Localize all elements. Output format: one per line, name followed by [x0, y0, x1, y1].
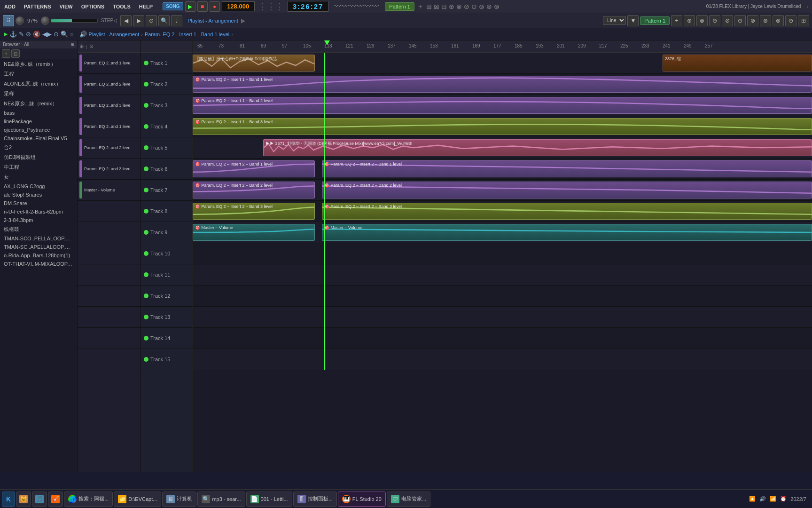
sidebar-item[interactable]: Chainsmoke..Final Final V5 [0, 134, 77, 143]
pattern-tool2[interactable]: ⊗ [696, 15, 708, 26]
zoom-knob[interactable] [41, 16, 49, 25]
bpm-display[interactable]: 128.000 [222, 1, 255, 11]
add-pattern-btn[interactable]: + [671, 15, 682, 26]
pattern-tool10[interactable]: ⊞ [798, 15, 809, 26]
track-header-3[interactable]: Track 3 [141, 95, 192, 116]
sidebar-item[interactable]: 2-3-84.3bpm [0, 216, 77, 224]
sidebar-item[interactable]: TMAN-SC..APELLALOOP.COM [0, 243, 77, 251]
pattern-tool6[interactable]: ⊚ [747, 15, 758, 26]
sidebar-item[interactable]: ALONE&原..妹（remix） [0, 79, 77, 89]
snap-btn[interactable]: ⊙ [146, 15, 157, 26]
nav-play-icon[interactable]: ▶ [4, 31, 8, 37]
track-header-15[interactable]: Track 15 [141, 349, 192, 370]
sidebar-item[interactable]: NE&原乡...妹（remix） [0, 99, 77, 109]
zoom-in-btn[interactable]: 🔍 [158, 15, 170, 26]
sidebar-item[interactable]: 仿DJ阿福鼓组 [0, 152, 77, 162]
taskbar-item-chrome[interactable]: 🌐 搜索：阿福... [64, 492, 113, 507]
automation-clip-8b[interactable]: 🎯 Param. EQ 2 – Insert 2 – Band 3 level [322, 203, 812, 220]
pattern-tool9[interactable]: ⊝ [785, 15, 796, 26]
sidebar-item[interactable]: TMAN-SCO..PELLALOOP.COM [0, 234, 77, 243]
play-button[interactable]: ▶ [185, 1, 195, 12]
clip-item[interactable]: Param. EQ 2..and 3 leve [78, 159, 141, 180]
pattern-tool8[interactable]: ⊜ [773, 15, 784, 26]
sidebar-item[interactable]: NE&原乡..妹（remix） [0, 59, 77, 69]
track-header-4[interactable]: Track 4 [141, 116, 192, 137]
taskbar-item-3[interactable]: 🎸 [48, 492, 63, 507]
sidebar-item[interactable]: linePackage [0, 117, 77, 126]
track-header-2[interactable]: Track 2 [141, 74, 192, 95]
sidebar-item[interactable]: 中工程 [0, 162, 77, 172]
taskbar-item-2[interactable]: 🎵 [32, 492, 47, 507]
automation-clip-3[interactable]: 🎯 Param. EQ 2 – Insert 1 – Band 2 level [193, 97, 812, 114]
sidebar-item[interactable]: OT-THAT-VI..M-MIXALOOP.COM [0, 260, 77, 268]
track-header-14[interactable]: Track 14 [141, 328, 192, 349]
automation-clip-6b[interactable]: 🎯 Param. EQ 2 – Insert 2 – Band 1 level [322, 160, 812, 177]
playlist-btn[interactable]: ⠿ [3, 15, 14, 26]
menu-options[interactable]: OPTIONS [79, 3, 107, 10]
automation-clip-9a[interactable]: 🎯 Master – Volume [193, 224, 315, 241]
audio-clip-1b[interactable]: 2376_综 [663, 55, 812, 71]
line-select[interactable]: Line [603, 16, 626, 25]
track-header-10[interactable]: Track 10 [141, 243, 192, 264]
track-header-7[interactable]: Track 7 [141, 180, 192, 201]
audio-clip-1[interactable]: 【陈活丽】浪子心声+Dj7秦Edit.DJ阿福作品 [193, 55, 315, 71]
breadcrumb-part1[interactable]: Playlist - Arrangement [89, 32, 140, 37]
sidebar-btn2[interactable]: ⊡ [11, 49, 20, 58]
sidebar-item[interactable]: n-U-Feel-It-2-Bars-62bpm [0, 207, 77, 216]
menu-tools[interactable]: TOOLS [110, 3, 133, 10]
clip-item[interactable]: Master - Volume [78, 180, 141, 201]
automation-clip-9b[interactable]: 🎯 Master – Volume [322, 224, 812, 241]
breadcrumb-part2[interactable]: Param. EQ 2 - Insert 1 - Band 1 level [145, 32, 229, 37]
taskbar-item-folder[interactable]: 📁 D:\EVCapt... [114, 492, 161, 507]
automation-clip-7b[interactable]: 🎯 Param. EQ 2 – Insert 2 – Band 2 level [322, 182, 812, 198]
track-header-1[interactable]: Track 1 [141, 53, 192, 74]
automation-clip-2[interactable]: 🎯 Param. EQ 2 – Insert 1 – Band 1 level [193, 76, 812, 93]
sidebar-item[interactable]: 合2 [0, 143, 77, 152]
menu-patterns[interactable]: PATTERNS [22, 3, 54, 10]
stop-button[interactable]: ■ [197, 1, 208, 12]
clip-item[interactable]: Param. EQ 2..and 3 leve [78, 95, 141, 116]
taskbar-item-search[interactable]: 🔍 mp3 - sear... [197, 492, 245, 507]
track-header-13[interactable]: Track 13 [141, 307, 192, 328]
sidebar-item[interactable]: ojections_Psytrance [0, 126, 77, 134]
taskbar-item-antivirus[interactable]: 🛡 电脑管家... [387, 492, 430, 507]
pattern-tool1[interactable]: ⊕ [684, 15, 695, 26]
clip-item[interactable]: Param. EQ 2..and 1 leve [78, 116, 141, 137]
pattern-tool7[interactable]: ⊛ [760, 15, 771, 26]
track-header-11[interactable]: Track 11 [141, 264, 192, 286]
audio-clip-5[interactable]: ▶▶ 3571_刘德华 - 无间道 (D)阿福 ProgHouse Mix)[w… [263, 139, 812, 156]
taskbar-item-computer[interactable]: 🖥 计算机 [162, 492, 196, 507]
automation-clip-6a[interactable]: 🎯 Param. EQ 2 – Insert 2 – Band 1 level [193, 160, 315, 177]
clip-item[interactable]: Param. EQ 2..and 2 leve [78, 74, 141, 95]
taskbar-item-control[interactable]: 🎛 控制面板... [293, 492, 337, 507]
sidebar-item[interactable]: 线框鼓 [0, 224, 77, 234]
sidebar-item[interactable]: 女 [0, 172, 77, 182]
pattern-button[interactable]: Pattern 1 [385, 2, 414, 11]
automation-clip-7a[interactable]: 🎯 Param. EQ 2 – Insert 2 – Band 2 level [193, 182, 315, 198]
clip-item[interactable]: Param. EQ 2..and 1 leve [78, 53, 141, 74]
sidebar-item[interactable]: AX_LONG C2ogg [0, 182, 77, 190]
pattern-tool3[interactable]: ⊖ [709, 15, 720, 26]
menu-help[interactable]: HELP [137, 3, 155, 10]
song-mode-button[interactable]: SONG [163, 2, 183, 10]
taskbar-item-doc[interactable]: 📄 001 - Letti... [246, 492, 292, 507]
sidebar-item[interactable]: 采样 [0, 89, 77, 99]
nav-left-btn[interactable]: ◀ [120, 15, 132, 26]
sidebar-item[interactable]: DM Snare [0, 199, 77, 207]
sidebar-item-bass[interactable]: bass [0, 109, 77, 117]
volume-knob[interactable] [16, 16, 24, 25]
nav-right-btn[interactable]: ▶ [133, 15, 144, 26]
track-header-8[interactable]: Track 8 [141, 201, 192, 222]
pattern-tool5[interactable]: ⊙ [734, 15, 746, 26]
track-header-5[interactable]: Track 5 [141, 137, 192, 159]
sidebar-btn1[interactable]: + [2, 49, 10, 58]
track-header-6[interactable]: Track 6 [141, 159, 192, 180]
sidebar-item[interactable]: 工程 [0, 69, 77, 79]
automation-clip-4[interactable]: 🎯 Param. EQ 2 – Insert 1 – Band 3 level [193, 118, 812, 135]
taskbar-item-flstudio[interactable]: 🎹 FL Studio 20 [338, 492, 386, 507]
menu-add[interactable]: ADD [2, 3, 18, 10]
menu-view[interactable]: VIEW [57, 3, 75, 10]
clip-item[interactable]: Param. EQ 2..and 2 leve [78, 137, 141, 159]
track-header-9[interactable]: Track 9 [141, 222, 192, 243]
record-button[interactable]: ● [210, 1, 220, 12]
